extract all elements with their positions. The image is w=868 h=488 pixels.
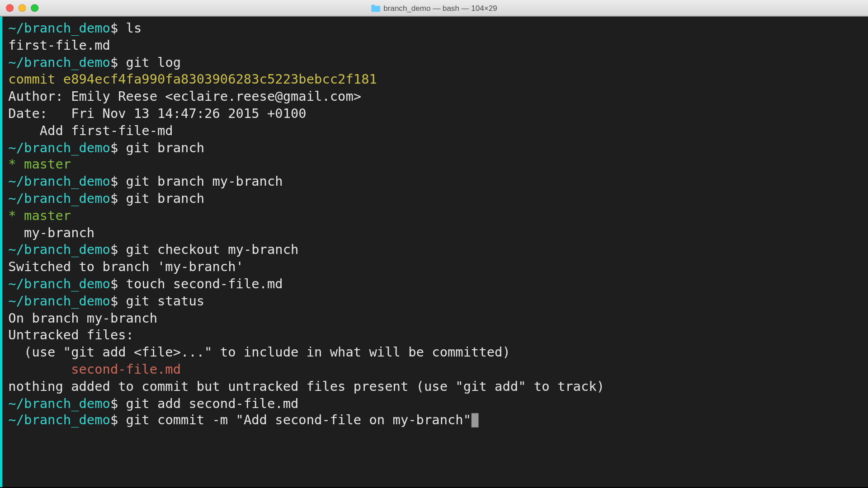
output-text: my-branch [8, 225, 94, 240]
prompt-path: ~/branch_demo [8, 55, 110, 70]
terminal-line: Date: Fri Nov 13 14:47:26 2015 +0100 [8, 105, 862, 122]
prompt-path: ~/branch_demo [8, 413, 110, 427]
prompt-separator: $ [110, 55, 126, 70]
output-text: Switched to branch 'my-branch' [8, 259, 244, 274]
output-text: Add first-file-md [8, 123, 173, 138]
window-titlebar: branch_demo — bash — 104×29 [0, 0, 868, 17]
terminal-line: On branch my-branch [8, 310, 862, 327]
prompt-separator: $ [110, 174, 126, 189]
command-text: git branch [126, 140, 205, 155]
window-title: branch_demo — bash — 104×29 [383, 4, 497, 13]
output-text: On branch my-branch [8, 310, 157, 325]
prompt-path: ~/branch_demo [8, 277, 110, 291]
command-text: touch second-file.md [126, 277, 283, 291]
terminal-line: * master [8, 208, 862, 225]
terminal-body[interactable]: ~/branch_demo$ lsfirst-file.md~/branch_d… [0, 17, 868, 487]
terminal-line: Switched to branch 'my-branch' [8, 259, 862, 276]
terminal-line: ~/branch_demo$ git status [8, 293, 862, 310]
prompt-path: ~/branch_demo [8, 21, 110, 36]
window-title-group: branch_demo — bash — 104×29 [0, 4, 868, 13]
terminal-line: (use "git add <file>..." to include in w… [8, 344, 862, 361]
terminal-window: branch_demo — bash — 104×29 ~/branch_dem… [0, 0, 868, 487]
maximize-icon[interactable] [31, 4, 38, 12]
command-text: git commit -m "Add second-file on my-bra… [126, 413, 471, 427]
prompt-separator: $ [110, 277, 126, 291]
terminal-line: ~/branch_demo$ git add second-file.md [8, 395, 862, 412]
branch-active-marker: * [8, 157, 24, 172]
prompt-path: ~/branch_demo [8, 191, 110, 206]
folder-icon [371, 5, 380, 12]
terminal-line: commit e894ecf4fa990fa8303906283c5223beb… [8, 71, 862, 89]
cursor-icon [472, 413, 479, 427]
traffic-lights [6, 4, 38, 12]
prompt-separator: $ [110, 21, 126, 36]
prompt-path: ~/branch_demo [8, 242, 110, 257]
prompt-path: ~/branch_demo [8, 174, 110, 189]
terminal-line: Untracked files: [8, 327, 862, 344]
output-text: first-file.md [8, 38, 110, 53]
branch-name: master [24, 157, 71, 172]
command-text: git status [126, 293, 205, 308]
prompt-path: ~/branch_demo [8, 140, 110, 155]
prompt-path: ~/branch_demo [8, 293, 110, 308]
close-icon[interactable] [6, 4, 14, 12]
terminal-line: ~/branch_demo$ git branch [8, 191, 862, 208]
terminal-line: second-file.md [8, 361, 862, 378]
prompt-separator: $ [110, 293, 126, 308]
output-text: Untracked files: [8, 328, 134, 343]
terminal-line: ~/branch_demo$ git branch [8, 140, 862, 157]
terminal-line: * master [8, 156, 862, 174]
prompt-separator: $ [110, 396, 126, 411]
untracked-file: second-file.md [8, 361, 181, 376]
terminal-line: Author: Emily Reese <eclaire.reese@gmail… [8, 88, 862, 105]
output-text: (use "git add <file>..." to include in w… [8, 345, 510, 360]
terminal-line: ~/branch_demo$ git branch my-branch [8, 174, 862, 191]
command-text: git branch [126, 191, 205, 206]
terminal-line: ~/branch_demo$ git log [8, 54, 862, 71]
prompt-path: ~/branch_demo [8, 396, 110, 411]
output-text: Date: Fri Nov 13 14:47:26 2015 +0100 [8, 106, 306, 121]
prompt-separator: $ [110, 191, 126, 206]
terminal-line: first-file.md [8, 37, 862, 54]
commit-hash: commit e894ecf4fa990fa8303906283c5223beb… [8, 72, 377, 87]
minimize-icon[interactable] [19, 4, 26, 12]
prompt-separator: $ [110, 413, 126, 427]
command-text: git add second-file.md [126, 396, 299, 411]
command-text: git branch my-branch [126, 174, 283, 189]
terminal-line: Add first-file-md [8, 122, 862, 140]
prompt-separator: $ [110, 140, 126, 155]
prompt-separator: $ [110, 242, 126, 257]
terminal-line: ~/branch_demo$ ls [8, 20, 862, 38]
branch-name: master [24, 208, 71, 223]
branch-active-marker: * [8, 208, 24, 223]
terminal-line: ~/branch_demo$ git checkout my-branch [8, 242, 862, 259]
command-text: git log [126, 55, 181, 70]
command-text: ls [126, 21, 142, 36]
terminal-line: ~/branch_demo$ git commit -m "Add second… [8, 412, 862, 429]
terminal-line: ~/branch_demo$ touch second-file.md [8, 276, 862, 293]
output-text: Author: Emily Reese <eclaire.reese@gmail… [8, 89, 361, 104]
command-text: git checkout my-branch [126, 242, 299, 257]
terminal-line: nothing added to commit but untracked fi… [8, 378, 862, 395]
output-text: nothing added to commit but untracked fi… [8, 379, 604, 394]
terminal-line: my-branch [8, 225, 862, 242]
